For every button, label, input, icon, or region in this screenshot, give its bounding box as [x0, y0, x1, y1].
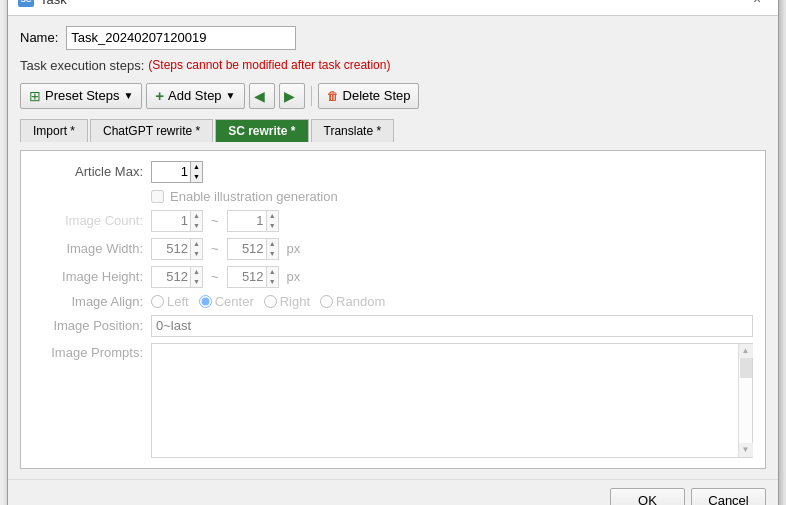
add-dropdown-icon: ▼: [226, 90, 236, 101]
align-left-item: Left: [151, 294, 189, 309]
enable-illustration-row: Enable illustration generation: [151, 189, 753, 204]
exec-note: (Steps cannot be modified after task cre…: [148, 58, 390, 72]
image-position-input: [151, 315, 753, 337]
scroll-thumb: [740, 358, 752, 378]
image-align-label: Image Align:: [33, 294, 143, 309]
dialog-footer: OK Cancel: [8, 479, 778, 506]
enable-illustration-label: Enable illustration generation: [170, 189, 338, 204]
tab-chatgpt[interactable]: ChatGPT rewrite *: [90, 119, 213, 142]
image-height-min-up: ▲: [191, 267, 202, 277]
image-width-min-down: ▼: [191, 249, 202, 259]
article-max-row: Article Max: ▲ ▼: [33, 161, 753, 183]
task-dialog: SC Task × Name: Task execution steps: (S…: [7, 0, 779, 505]
enable-illustration-checkbox[interactable]: [151, 190, 164, 203]
article-max-label: Article Max:: [33, 164, 143, 179]
tab-import[interactable]: Import *: [20, 119, 88, 142]
image-width-max-up: ▲: [267, 239, 278, 249]
preset-steps-button[interactable]: ⊞ Preset Steps ▼: [20, 83, 142, 109]
image-height-min-spinner: ▲ ▼: [151, 266, 203, 288]
prompts-scrollbar: ▲ ▼: [738, 344, 752, 457]
scroll-up-arrow[interactable]: ▲: [739, 344, 753, 358]
image-count-min-btns: ▲ ▼: [190, 211, 202, 231]
image-count-min-spinner: ▲ ▼: [151, 210, 203, 232]
preset-steps-label: Preset Steps: [45, 88, 119, 103]
image-prompts-textarea: [152, 344, 738, 454]
dialog-title: Task: [40, 0, 67, 7]
image-count-max-up: ▲: [267, 211, 278, 221]
ok-button[interactable]: OK: [610, 488, 685, 506]
tab-translate[interactable]: Translate *: [311, 119, 395, 142]
align-center-item: Center: [199, 294, 254, 309]
align-left-label: Left: [167, 294, 189, 309]
article-max-down[interactable]: ▼: [191, 172, 202, 182]
titlebar: SC Task ×: [8, 0, 778, 16]
nav-next-icon: ▶: [284, 88, 295, 104]
image-width-row: Image Width: ▲ ▼ ~ ▲ ▼ px: [33, 238, 753, 260]
nav-prev-button[interactable]: ◀: [249, 83, 275, 109]
image-height-max-down: ▼: [267, 277, 278, 287]
name-input[interactable]: [66, 26, 296, 50]
align-right-label: Right: [280, 294, 310, 309]
image-prompts-label: Image Prompts:: [33, 343, 143, 360]
align-center-radio[interactable]: [199, 295, 212, 308]
image-count-min-down: ▼: [191, 221, 202, 231]
align-left-radio[interactable]: [151, 295, 164, 308]
image-count-min-up: ▲: [191, 211, 202, 221]
article-max-spinner[interactable]: ▲ ▼: [151, 161, 203, 183]
image-prompts-container: Image Prompts: ▲ ▼: [33, 343, 753, 458]
image-count-max-btns: ▲ ▼: [266, 211, 278, 231]
article-max-input[interactable]: [152, 162, 190, 182]
image-height-row: Image Height: ▲ ▼ ~ ▲ ▼ px: [33, 266, 753, 288]
image-count-max-down: ▼: [267, 221, 278, 231]
image-prompts-wrapper: ▲ ▼: [151, 343, 753, 458]
toolbar: ⊞ Preset Steps ▼ + Add Step ▼ ◀ ▶ 🗑 Dele…: [20, 81, 766, 111]
image-align-row: Image Align: Left Center Right: [33, 294, 753, 309]
delete-step-button[interactable]: 🗑 Delete Step: [318, 83, 420, 109]
image-height-min-input: [152, 267, 190, 287]
tab-sc-rewrite[interactable]: SC rewrite *: [215, 119, 308, 142]
align-random-radio[interactable]: [320, 295, 333, 308]
image-height-max-btns: ▲ ▼: [266, 267, 278, 287]
add-step-label: Add Step: [168, 88, 222, 103]
nav-prev-icon: ◀: [254, 88, 265, 104]
exec-label: Task execution steps:: [20, 58, 144, 73]
align-right-radio[interactable]: [264, 295, 277, 308]
cancel-button[interactable]: Cancel: [691, 488, 766, 506]
delete-step-label: Delete Step: [343, 88, 411, 103]
article-max-spinner-btns: ▲ ▼: [190, 162, 202, 182]
name-row: Name:: [20, 26, 766, 50]
preset-icon: ⊞: [29, 88, 41, 104]
scroll-down-arrow[interactable]: ▼: [739, 443, 753, 457]
article-max-up[interactable]: ▲: [191, 162, 202, 172]
add-step-button[interactable]: + Add Step ▼: [146, 83, 244, 109]
preset-dropdown-icon: ▼: [123, 90, 133, 101]
image-count-max-spinner: ▲ ▼: [227, 210, 279, 232]
align-center-label: Center: [215, 294, 254, 309]
count-sep: ~: [211, 213, 219, 228]
width-px-label: px: [287, 241, 301, 256]
image-width-min-input: [152, 239, 190, 259]
image-height-min-down: ▼: [191, 277, 202, 287]
image-width-min-btns: ▲ ▼: [190, 239, 202, 259]
name-label: Name:: [20, 30, 58, 45]
nav-next-button[interactable]: ▶: [279, 83, 305, 109]
align-right-item: Right: [264, 294, 310, 309]
close-button[interactable]: ×: [746, 0, 768, 10]
align-radio-group: Left Center Right Random: [151, 294, 385, 309]
image-height-min-btns: ▲ ▼: [190, 267, 202, 287]
image-position-label: Image Position:: [33, 318, 143, 333]
image-height-max-up: ▲: [267, 267, 278, 277]
image-width-max-input: [228, 239, 266, 259]
align-random-label: Random: [336, 294, 385, 309]
exec-steps-row: Task execution steps: (Steps cannot be m…: [20, 58, 766, 73]
image-count-max-input: [228, 211, 266, 231]
height-sep: ~: [211, 269, 219, 284]
image-width-min-spinner: ▲ ▼: [151, 238, 203, 260]
image-width-max-spinner: ▲ ▼: [227, 238, 279, 260]
width-sep: ~: [211, 241, 219, 256]
image-height-max-input: [228, 267, 266, 287]
image-width-max-down: ▼: [267, 249, 278, 259]
image-width-max-btns: ▲ ▼: [266, 239, 278, 259]
scroll-track: [739, 358, 752, 443]
dialog-icon: SC: [18, 0, 34, 7]
